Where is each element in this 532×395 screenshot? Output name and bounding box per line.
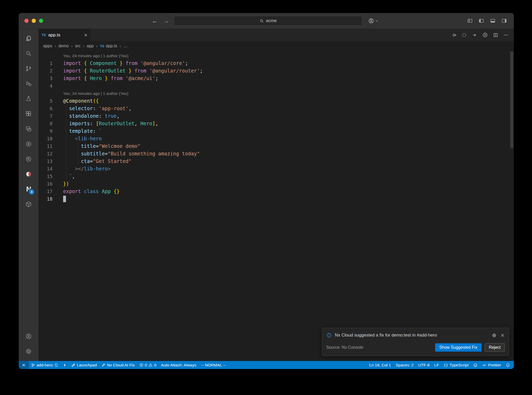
tab-app-ts[interactable]: TS app.ts × — [38, 29, 91, 41]
git-branch-icon — [31, 363, 35, 367]
code-text: `, — [63, 173, 75, 180]
git-branch-icon — [25, 65, 32, 72]
account-icon — [25, 333, 32, 340]
code-line[interactable]: 18 — [38, 195, 514, 203]
activitybar-settings[interactable] — [19, 344, 38, 359]
codelens-text: You, 24 minutes ago | 1 author (You) — [63, 52, 128, 60]
code-line[interactable]: 14 ></lib-hero> — [38, 165, 514, 173]
command-center-search[interactable]: acme — [174, 16, 362, 26]
breadcrumb-item-demo[interactable]: demo — [58, 44, 69, 48]
code-line[interactable]: 10 <lib-hero — [38, 135, 514, 142]
feedback-status[interactable] — [471, 361, 480, 369]
activitybar-nx[interactable]: N 3 — [19, 182, 38, 197]
status-bar-right: Ln 18, Col 1 Spaces: 2 UTF-8 LF {} TypeS… — [367, 361, 514, 369]
activitybar-testing[interactable] — [19, 91, 38, 106]
code-line[interactable]: 6 selector: 'app-root', — [38, 105, 514, 112]
activitybar-angular-extension[interactable] — [19, 167, 38, 182]
activitybar-search[interactable] — [19, 46, 38, 61]
code-line[interactable]: 16}) — [38, 180, 514, 188]
line-number: 4 — [38, 82, 52, 90]
windows-icon — [25, 126, 32, 132]
activitybar-accounts[interactable] — [19, 329, 38, 344]
activitybar-explorer[interactable] — [19, 31, 38, 46]
activitybar-inspect[interactable] — [19, 152, 38, 167]
code-line[interactable]: 7 standalone: true, — [38, 112, 514, 120]
run-debug-icon[interactable] — [482, 32, 488, 38]
activitybar-containers[interactable] — [19, 197, 38, 212]
profile-menu[interactable] — [368, 13, 378, 29]
problems-status[interactable]: 0 0 — [137, 361, 159, 369]
eol-status[interactable]: LF — [432, 361, 441, 369]
timeline-icon[interactable] — [462, 32, 467, 38]
code-line[interactable]: 2import { RouterOutlet } from '@angular/… — [38, 67, 514, 75]
layout-controls — [467, 13, 507, 29]
prettier-status[interactable]: Prettier — [480, 361, 503, 369]
open-changes-icon[interactable] — [451, 32, 456, 38]
editor[interactable]: You, 24 minutes ago | 1 author (You)1imp… — [38, 51, 514, 361]
toggle-secondary-sidebar-icon[interactable] — [501, 18, 507, 24]
toggle-panel-icon[interactable] — [490, 18, 496, 24]
zoom-window-button[interactable] — [39, 19, 43, 23]
code-line[interactable]: 12 subtitle="Build something amazing tod… — [38, 150, 514, 157]
encoding-status[interactable]: UTF-8 — [416, 361, 432, 369]
code-line[interactable]: 9 template: ` — [38, 127, 514, 135]
codelens-line[interactable]: You, 24 minutes ago | 1 author (You) — [38, 52, 514, 60]
code-line[interactable]: 1import { Component } from '@angular/cor… — [38, 60, 514, 67]
reject-button[interactable]: Reject — [485, 343, 505, 352]
activitybar-remote-explorer[interactable] — [19, 121, 38, 136]
breadcrumb-item-file[interactable]: TS app.ts — [100, 44, 117, 48]
code-line[interactable]: 4 — [38, 82, 514, 90]
vim-mode-status[interactable]: -- NORMAL -- — [199, 361, 228, 369]
breadcrumb-item-src[interactable]: src — [75, 44, 81, 48]
nx-cloud-fix-status[interactable]: Nx Cloud AI Fix — [99, 361, 137, 369]
launchpad-label: Launchpad — [77, 363, 97, 367]
notifications-status[interactable] — [503, 361, 512, 369]
show-suggested-fix-button[interactable]: Show Suggested Fix — [435, 343, 482, 352]
code-line[interactable]: 13 cta="Get Started" — [38, 157, 514, 165]
notification-settings-gear-icon[interactable] — [492, 333, 497, 338]
notification-close-icon[interactable] — [500, 333, 505, 338]
codelens-line[interactable]: You, 24 minutes ago | 1 author (You) — [38, 90, 514, 97]
auto-attach-status[interactable]: Auto Attach: Always — [159, 361, 199, 369]
breadcrumb-separator: › — [96, 43, 98, 49]
breadcrumb-item-symbol[interactable]: … — [123, 44, 128, 48]
breadcrumb-separator: › — [83, 43, 84, 49]
sync-icon — [54, 363, 58, 367]
close-tab-icon[interactable]: × — [84, 32, 87, 38]
code-line[interactable]: 15 `, — [38, 173, 514, 180]
scrollbar-thumb[interactable] — [510, 51, 513, 148]
split-editor-icon[interactable] — [493, 32, 498, 38]
back-button[interactable]: ← — [152, 13, 158, 29]
breadcrumb-item-apps[interactable]: apps — [43, 44, 52, 48]
customize-layout-icon[interactable] — [467, 18, 473, 24]
code-line[interactable]: 11 title="Welcmoe demo" — [38, 142, 514, 150]
search-icon — [25, 50, 32, 57]
remote-indicator[interactable] — [19, 361, 29, 369]
cursor-position-status[interactable]: Ln 18, Col 1 — [367, 361, 393, 369]
activitybar-extensions[interactable] — [19, 106, 38, 121]
notification-actions — [492, 333, 505, 338]
code-line[interactable]: 5@Component({ — [38, 97, 514, 105]
minimize-window-button[interactable] — [32, 19, 36, 23]
open-preview-icon[interactable] — [472, 32, 477, 38]
launchpad-status[interactable]: Launchpad — [69, 361, 99, 369]
activitybar-source-control[interactable] — [19, 61, 38, 76]
zap-status[interactable] — [61, 361, 69, 369]
activitybar-run-debug[interactable] — [19, 76, 38, 91]
breadcrumb-item-app[interactable]: app — [87, 44, 94, 48]
activitybar-nx-console-run[interactable] — [19, 136, 38, 152]
more-actions-icon[interactable] — [503, 32, 509, 38]
code-line[interactable]: 17export class App {} — [38, 188, 514, 195]
code-text: selector: 'app-root', — [63, 105, 131, 112]
status-bar: add-hero Launchpad Nx Cloud AI Fix — [19, 361, 514, 369]
close-window-button[interactable] — [24, 19, 29, 23]
forward-button[interactable]: → — [163, 13, 169, 29]
indentation-status[interactable]: Spaces: 2 — [393, 361, 416, 369]
code-line[interactable]: 8 imports: [RouterOutlet, Hero], — [38, 120, 514, 127]
code-line[interactable]: 3import { Hero } from '@acme/ui'; — [38, 75, 514, 82]
code-text: import { Hero } from '@acme/ui'; — [63, 75, 158, 82]
language-mode-status[interactable]: {} TypeScript — [441, 361, 471, 369]
toggle-sidebar-icon[interactable] — [478, 18, 484, 24]
branch-status[interactable]: add-hero — [29, 361, 61, 369]
code-text: imports: [RouterOutlet, Hero], — [63, 120, 158, 127]
